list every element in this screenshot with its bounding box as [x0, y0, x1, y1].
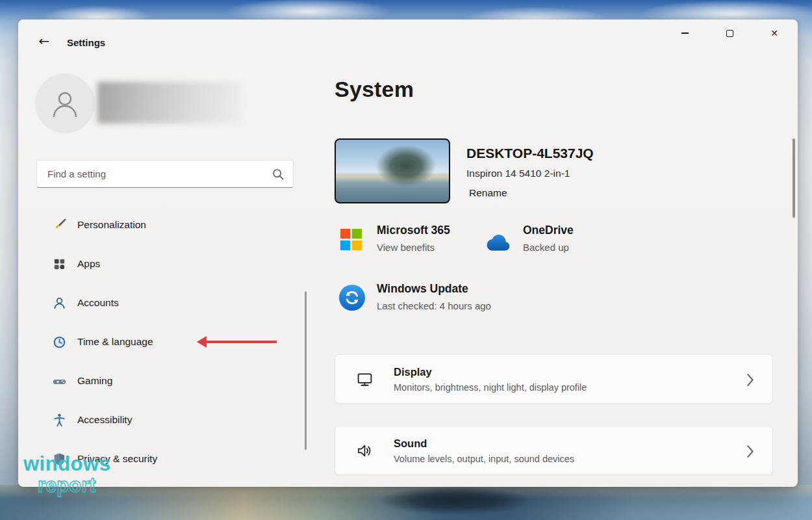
row-subtitle: Volume levels, output, input, sound devi… [394, 454, 574, 464]
maximize-button[interactable] [715, 22, 744, 44]
ms-square-blue [340, 240, 350, 250]
windows-update-icon [339, 285, 365, 311]
back-button[interactable]: ← [32, 30, 56, 52]
search-box[interactable] [36, 160, 294, 188]
status-subtitle: Last checked: 4 hours ago [377, 300, 491, 311]
sidebar-item-label: Accounts [77, 297, 119, 309]
row-title: Sound [394, 437, 574, 450]
ms-square-red [340, 229, 350, 239]
sound-icon [355, 442, 374, 460]
onedrive-icon [483, 234, 513, 254]
avatar[interactable] [35, 73, 95, 133]
row-title: Display [394, 366, 587, 378]
sound-settings-row[interactable]: Sound Volume levels, output, input, soun… [335, 426, 773, 475]
status-subtitle: Backed up [523, 242, 574, 253]
watermark-line1: windows [23, 454, 110, 474]
device-name: DESKTOP-4L537JQ [466, 146, 594, 161]
settings-window: ← Settings ✕ Personalization [18, 20, 798, 487]
accessibility-icon [52, 413, 67, 428]
search-icon[interactable] [272, 168, 285, 181]
sidebar-item-personalization[interactable]: Personalization [36, 205, 298, 244]
minimize-button[interactable] [670, 22, 700, 44]
person-icon [48, 86, 82, 120]
ms-square-yellow [352, 240, 362, 250]
accounts-icon [52, 296, 67, 311]
rename-button[interactable]: Rename [469, 187, 507, 199]
sidebar-item-label: Apps [77, 258, 100, 270]
gaming-icon [52, 374, 67, 389]
annotation-arrow-shaft [205, 341, 277, 343]
ms-square-green [352, 229, 362, 239]
search-input[interactable] [37, 161, 293, 187]
row-subtitle: Monitors, brightness, night light, displ… [394, 382, 587, 393]
minimize-icon [681, 32, 689, 34]
row-text: Display Monitors, brightness, night ligh… [394, 366, 587, 393]
sidebar-item-label: Gaming [77, 375, 112, 387]
close-icon: ✕ [770, 28, 778, 38]
main-scrollbar[interactable] [793, 138, 795, 218]
close-button[interactable]: ✕ [759, 22, 789, 44]
status-title: Microsoft 365 [377, 224, 450, 237]
windows-report-watermark: windows report [23, 454, 110, 495]
chevron-right-icon [747, 374, 754, 386]
sidebar-item-label: Personalization [77, 219, 146, 231]
display-icon [355, 370, 374, 388]
sidebar-item-apps[interactable]: Apps [36, 244, 298, 283]
microsoft-365-icon [340, 229, 362, 251]
status-title: Windows Update [377, 282, 491, 296]
page-title: System [335, 77, 414, 102]
onedrive-card[interactable]: OneDrive Backed up [523, 224, 574, 253]
microsoft-365-card[interactable]: Microsoft 365 View benefits [377, 224, 450, 253]
device-model: Inspiron 14 5410 2-in-1 [466, 168, 570, 179]
windows-update-card[interactable]: Windows Update Last checked: 4 hours ago [377, 282, 491, 311]
sidebar-item-label: Time & language [77, 336, 153, 348]
watermark-line2: report [38, 475, 110, 495]
personalization-icon [52, 218, 67, 233]
row-text: Sound Volume levels, output, input, soun… [394, 437, 574, 464]
sidebar-scrollbar[interactable] [305, 291, 307, 450]
back-arrow-icon: ← [39, 33, 50, 49]
sidebar-item-accessibility[interactable]: Accessibility [36, 400, 298, 439]
annotation-arrow [197, 336, 279, 348]
user-name-redacted [97, 82, 242, 124]
sidebar-item-label: Accessibility [77, 414, 132, 426]
status-subtitle[interactable]: View benefits [377, 242, 450, 253]
chevron-right-icon [747, 445, 754, 458]
sidebar-item-accounts[interactable]: Accounts [36, 283, 298, 322]
time-language-icon [52, 335, 67, 350]
wallpaper-shore [0, 485, 812, 520]
sidebar-item-gaming[interactable]: Gaming [36, 361, 298, 400]
apps-icon [52, 257, 67, 272]
window-title: Settings [67, 37, 105, 48]
display-settings-row[interactable]: Display Monitors, brightness, night ligh… [335, 354, 773, 404]
maximize-icon [726, 30, 733, 37]
status-title: OneDrive [523, 224, 574, 237]
device-wallpaper-thumbnail [335, 138, 450, 203]
